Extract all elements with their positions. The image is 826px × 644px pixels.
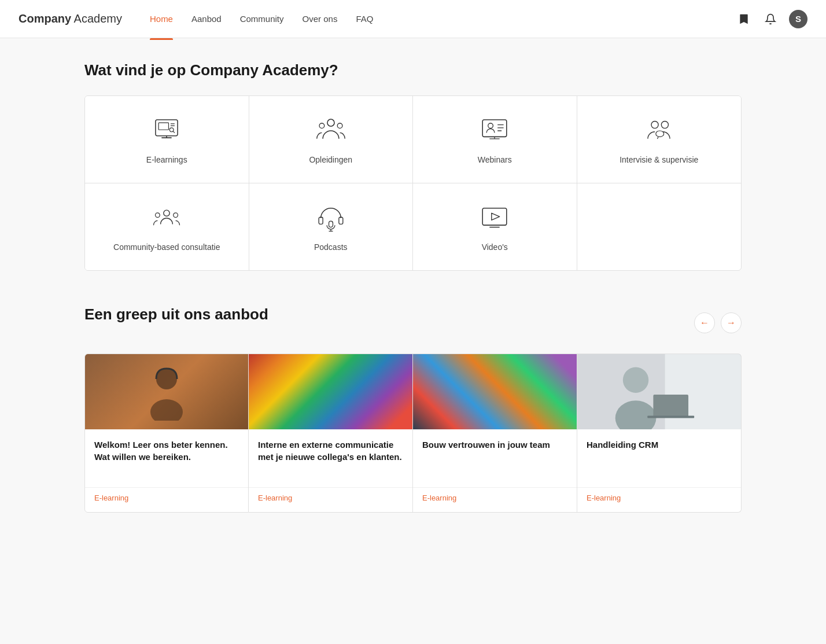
logo-text: Academy bbox=[71, 12, 122, 25]
group-icon bbox=[315, 115, 347, 147]
category-opleidingen-label: Opleidingen bbox=[309, 155, 352, 164]
main-nav: Home Aanbod Community Over ons FAQ bbox=[150, 12, 736, 26]
card-body-3: Bouw vertrouwen in jouw team bbox=[413, 429, 577, 483]
course-card-1[interactable]: Welkom! Leer ons beter kennen. Wat wille… bbox=[84, 354, 249, 513]
category-e-learnings-label: E-learnings bbox=[146, 155, 187, 164]
notification-icon[interactable] bbox=[762, 11, 779, 27]
course-card-4[interactable]: Handleiding CRM E-learning bbox=[577, 354, 742, 513]
svg-point-8 bbox=[327, 119, 334, 126]
svg-point-34 bbox=[150, 399, 183, 421]
card-footer-3: E-learning bbox=[413, 487, 577, 512]
card-body-4: Handleiding CRM bbox=[577, 429, 741, 483]
logo-bold: Company bbox=[19, 12, 71, 25]
aanbod-title: Een greep uit ons aanbod bbox=[84, 306, 268, 323]
category-videos[interactable]: Video's bbox=[413, 183, 577, 270]
category-webinars-label: Webinars bbox=[478, 155, 512, 164]
bookmark-icon[interactable] bbox=[736, 11, 752, 27]
nav-faq[interactable]: FAQ bbox=[356, 12, 373, 26]
card-title-3: Bouw vertrouwen in jouw team bbox=[422, 439, 567, 473]
card-title-2: Interne en externe communicatie met je n… bbox=[258, 439, 403, 473]
play-monitor-icon bbox=[478, 202, 511, 234]
card-image-3 bbox=[413, 354, 577, 429]
card-tag-1: E-learning bbox=[94, 494, 128, 502]
svg-rect-26 bbox=[339, 217, 343, 224]
card-title-4: Handleiding CRM bbox=[587, 439, 732, 473]
category-intervisie-label: Intervisie & supervisie bbox=[620, 155, 698, 164]
headset-icon bbox=[315, 202, 347, 234]
card-image-1 bbox=[85, 354, 248, 429]
category-podcasts-label: Podcasts bbox=[314, 242, 348, 252]
svg-rect-11 bbox=[482, 120, 507, 137]
header-actions: S bbox=[736, 10, 807, 28]
card-tag-3: E-learning bbox=[422, 494, 456, 502]
aanbod-header: Een greep uit ons aanbod ← → bbox=[84, 306, 742, 340]
carousel-prev-button[interactable]: ← bbox=[694, 312, 715, 333]
header: Company Academy Home Aanbod Community Ov… bbox=[0, 0, 826, 38]
card-body-2: Interne en externe communicatie met je n… bbox=[249, 429, 412, 483]
svg-marker-31 bbox=[492, 213, 500, 220]
course-card-3[interactable]: Bouw vertrouwen in jouw team E-learning bbox=[413, 354, 577, 513]
webinar-icon bbox=[478, 115, 511, 147]
svg-rect-25 bbox=[319, 217, 323, 224]
people-circle-icon bbox=[150, 202, 183, 234]
svg-point-23 bbox=[156, 213, 160, 218]
hero-title: Wat vind je op Company Academy? bbox=[84, 61, 742, 79]
category-podcasts[interactable]: Podcasts bbox=[249, 183, 414, 270]
svg-rect-27 bbox=[329, 221, 333, 227]
svg-point-37 bbox=[623, 367, 648, 393]
logo[interactable]: Company Academy bbox=[19, 12, 122, 25]
category-grid: E-learnings Opleidingen bbox=[84, 95, 742, 271]
svg-point-18 bbox=[651, 122, 658, 128]
card-image-4 bbox=[577, 354, 741, 429]
svg-line-7 bbox=[174, 131, 175, 133]
svg-point-24 bbox=[174, 213, 178, 218]
carousel-controls: ← → bbox=[694, 312, 742, 333]
svg-rect-39 bbox=[653, 395, 688, 417]
card-body-1: Welkom! Leer ons beter kennen. Wat wille… bbox=[85, 429, 248, 483]
main-content: Wat vind je op Company Academy? bbox=[66, 38, 760, 536]
svg-point-20 bbox=[656, 131, 664, 137]
svg-point-22 bbox=[164, 210, 169, 216]
course-card-2[interactable]: Interne en externe communicatie met je n… bbox=[249, 354, 413, 513]
svg-rect-36 bbox=[665, 354, 741, 429]
svg-point-9 bbox=[319, 123, 325, 128]
svg-rect-3 bbox=[158, 123, 168, 130]
nav-home[interactable]: Home bbox=[150, 12, 173, 26]
category-e-learnings[interactable]: E-learnings bbox=[85, 96, 249, 183]
category-intervisie[interactable]: Intervisie & supervisie bbox=[577, 96, 742, 183]
svg-rect-30 bbox=[482, 208, 507, 225]
monitor-icon bbox=[150, 115, 183, 147]
card-image-2 bbox=[249, 354, 412, 429]
user-avatar[interactable]: S bbox=[789, 10, 807, 28]
category-opleidingen[interactable]: Opleidingen bbox=[249, 96, 414, 183]
aanbod-section: Een greep uit ons aanbod ← → Welk bbox=[84, 306, 742, 513]
card-footer-1: E-learning bbox=[85, 487, 248, 512]
carousel-next-button[interactable]: → bbox=[721, 312, 742, 333]
category-videos-label: Video's bbox=[482, 242, 508, 252]
category-community[interactable]: Community-based consultatie bbox=[85, 183, 249, 270]
category-webinars[interactable]: Webinars bbox=[413, 96, 577, 183]
svg-rect-40 bbox=[647, 415, 694, 418]
card-footer-4: E-learning bbox=[577, 487, 741, 512]
nav-aanbod[interactable]: Aanbod bbox=[191, 12, 222, 26]
svg-line-21 bbox=[658, 137, 659, 138]
chat-group-icon bbox=[643, 115, 675, 147]
svg-point-6 bbox=[169, 128, 174, 132]
svg-point-10 bbox=[337, 123, 342, 128]
svg-point-12 bbox=[488, 123, 493, 128]
category-community-label: Community-based consultatie bbox=[113, 242, 220, 252]
nav-over-ons[interactable]: Over ons bbox=[303, 12, 338, 26]
svg-point-19 bbox=[662, 122, 669, 128]
nav-community[interactable]: Community bbox=[240, 12, 284, 26]
card-title-1: Welkom! Leer ons beter kennen. Wat wille… bbox=[94, 439, 239, 473]
card-footer-2: E-learning bbox=[249, 487, 412, 512]
cards-grid: Welkom! Leer ons beter kennen. Wat wille… bbox=[84, 354, 742, 513]
card-tag-2: E-learning bbox=[258, 494, 292, 502]
card-tag-4: E-learning bbox=[587, 494, 621, 502]
hero-section: Wat vind je op Company Academy? bbox=[84, 61, 742, 271]
